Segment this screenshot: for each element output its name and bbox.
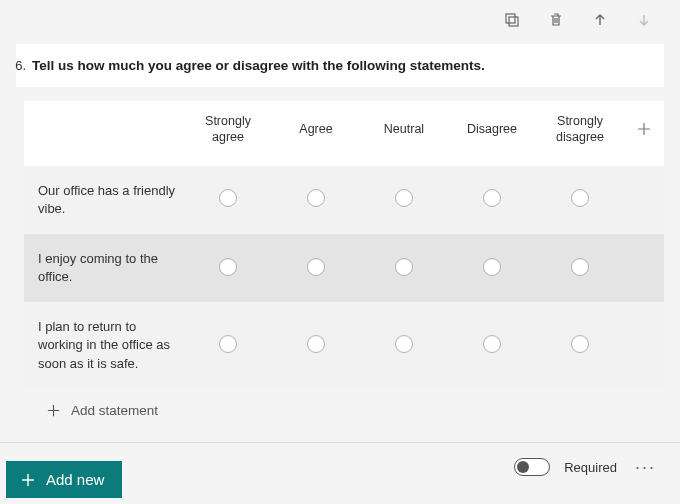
likert-matrix: Strongly agree Agree Neutral Disagree St… (24, 101, 664, 389)
svg-rect-0 (509, 17, 518, 26)
question-number: 6. (10, 58, 32, 73)
add-column-button[interactable] (624, 121, 664, 137)
move-up-button[interactable] (588, 8, 612, 32)
add-new-button[interactable]: Add new (6, 461, 122, 498)
plus-icon (20, 472, 36, 488)
question-toolbar (0, 0, 680, 36)
plus-icon (46, 403, 61, 418)
add-new-label: Add new (46, 471, 104, 488)
table-row: Our office has a friendly vibe. (24, 166, 664, 234)
radio-option[interactable] (307, 258, 325, 276)
radio-option[interactable] (483, 335, 501, 353)
column-header[interactable]: Disagree (448, 121, 536, 137)
add-statement-label: Add statement (71, 403, 158, 418)
statement-text[interactable]: Our office has a friendly vibe. (24, 182, 184, 218)
move-down-button[interactable] (632, 8, 656, 32)
required-toggle[interactable] (514, 458, 550, 476)
radio-option[interactable] (219, 335, 237, 353)
table-row: I enjoy coming to the office. (24, 234, 664, 302)
plus-icon (636, 121, 652, 137)
radio-option[interactable] (571, 258, 589, 276)
radio-option[interactable] (307, 335, 325, 353)
radio-option[interactable] (483, 258, 501, 276)
arrow-down-icon (636, 12, 652, 28)
add-statement-button[interactable]: Add statement (16, 389, 680, 434)
radio-option[interactable] (571, 189, 589, 207)
column-header[interactable]: Strongly disagree (536, 113, 624, 146)
radio-option[interactable] (219, 258, 237, 276)
copy-icon (504, 12, 520, 28)
trash-icon (548, 12, 564, 28)
column-header[interactable]: Strongly agree (184, 113, 272, 146)
required-label: Required (564, 460, 617, 475)
radio-option[interactable] (395, 189, 413, 207)
matrix-header-row: Strongly agree Agree Neutral Disagree St… (24, 101, 664, 166)
table-row: I plan to return to working in the offic… (24, 302, 664, 389)
radio-option[interactable] (395, 258, 413, 276)
toggle-knob (517, 461, 529, 473)
column-header[interactable]: Neutral (360, 121, 448, 137)
matrix-body: Our office has a friendly vibe. I enjoy … (24, 166, 664, 389)
arrow-up-icon (592, 12, 608, 28)
question-text[interactable]: Tell us how much you agree or disagree w… (32, 58, 485, 73)
statement-text[interactable]: I plan to return to working in the offic… (24, 318, 184, 373)
radio-option[interactable] (219, 189, 237, 207)
svg-rect-1 (506, 14, 515, 23)
radio-option[interactable] (571, 335, 589, 353)
more-options-button[interactable]: ··· (631, 457, 660, 478)
delete-button[interactable] (544, 8, 568, 32)
radio-option[interactable] (395, 335, 413, 353)
statement-text[interactable]: I enjoy coming to the office. (24, 250, 184, 286)
radio-option[interactable] (483, 189, 501, 207)
column-header[interactable]: Agree (272, 121, 360, 137)
question-header: 6. Tell us how much you agree or disagre… (16, 44, 664, 87)
radio-option[interactable] (307, 189, 325, 207)
copy-button[interactable] (500, 8, 524, 32)
